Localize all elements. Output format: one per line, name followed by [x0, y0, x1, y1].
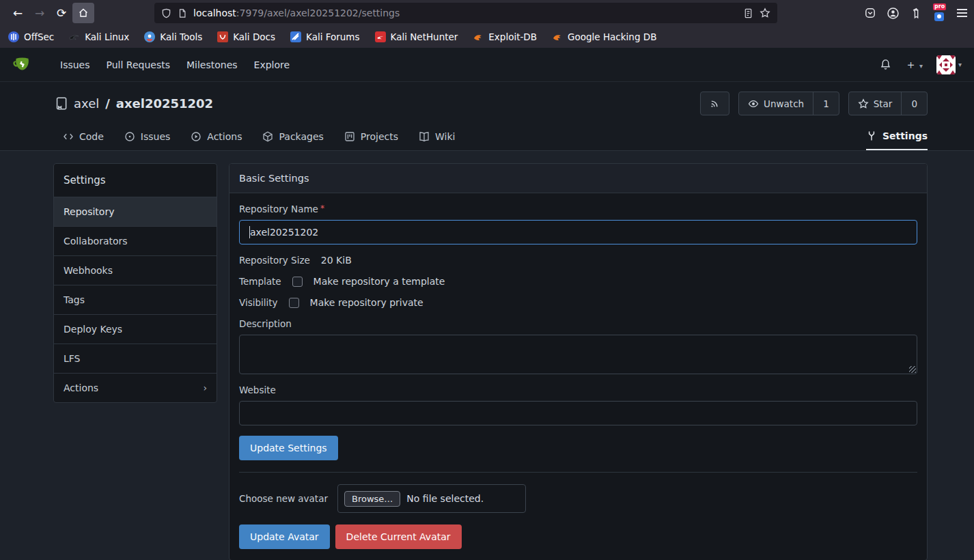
avatar-upload-row: Choose new avatar Browse… No file select… [239, 484, 917, 513]
nav-link-pull-requests[interactable]: Pull Requests [98, 59, 178, 70]
website-input[interactable] [239, 401, 917, 425]
chevron-right-icon: › [203, 382, 207, 393]
star-control: Star 0 [848, 92, 928, 115]
repo-header: axel / axel20251202 [0, 82, 974, 151]
page-info-icon[interactable] [178, 8, 187, 18]
description-textarea[interactable] [239, 335, 917, 374]
watch-control: Unwatch 1 [738, 92, 839, 115]
star-count[interactable]: 0 [901, 92, 927, 115]
bookmark-kali-tools[interactable]: Kali Tools [144, 31, 202, 42]
update-settings-button[interactable]: Update Settings [239, 436, 338, 460]
sidebar-item-repository[interactable]: Repository [54, 197, 217, 227]
url-bar[interactable]: localhost:7979/axel/axel20251202/setting… [154, 3, 777, 23]
pocket-icon[interactable] [864, 7, 876, 19]
website-label: Website [239, 384, 917, 395]
extension-icon[interactable] [910, 8, 921, 19]
eye-icon [748, 98, 759, 109]
description-label: Description [239, 318, 917, 329]
divider [239, 472, 917, 473]
issue-icon [124, 131, 135, 142]
rss-icon [710, 98, 720, 109]
gitea-navbar: Issues Pull Requests Milestones Explore … [0, 48, 974, 82]
tab-wiki[interactable]: Wiki [419, 122, 455, 150]
sidebar-item-actions[interactable]: Actions › [54, 374, 217, 402]
repo-name-input[interactable] [239, 220, 917, 244]
bookmark-kali-docs[interactable]: Kali Docs [217, 31, 275, 42]
no-file-text: No file selected. [406, 493, 484, 504]
tab-packages[interactable]: Packages [262, 122, 323, 150]
repo-owner[interactable]: axel [74, 96, 99, 111]
bookmark-google-hacking-db[interactable]: Google Hacking DB [552, 31, 656, 42]
notifications-bell-icon[interactable] [880, 59, 891, 70]
repo-size-label: Repository Size [239, 255, 310, 266]
text-cursor [249, 226, 250, 238]
template-checkbox[interactable] [292, 277, 303, 287]
tab-actions[interactable]: Actions [191, 122, 242, 150]
reader-view-icon[interactable] [743, 8, 753, 18]
template-label: Template [239, 276, 281, 287]
resize-grip[interactable] [909, 366, 916, 373]
sidebar-item-collaborators[interactable]: Collaborators [54, 227, 217, 256]
bookmark-offsec[interactable]: OffSec [8, 31, 54, 42]
menu-icon[interactable] [957, 9, 967, 17]
star-button[interactable]: Star [849, 92, 902, 115]
forward-button[interactable]: → [29, 3, 51, 23]
home-icon [78, 8, 89, 18]
create-new-button[interactable]: ＋▾ [905, 57, 923, 72]
bookmark-star-icon[interactable] [760, 8, 770, 18]
sidebar-item-tags[interactable]: Tags [54, 285, 217, 315]
bookmark-kali-forums[interactable]: Kali Forums [290, 31, 360, 42]
tab-projects[interactable]: Projects [344, 122, 398, 150]
kali-forums-icon [290, 31, 301, 42]
bookmark-kali-nethunter[interactable]: Kali NetHunter [375, 31, 458, 42]
rss-button[interactable] [700, 92, 729, 115]
basic-settings-panel: Basic Settings Repository Name* Reposito… [229, 163, 928, 560]
offsec-icon [8, 31, 19, 42]
sidebar-item-lfs[interactable]: LFS [54, 344, 217, 374]
user-menu[interactable]: ▾ [936, 55, 962, 74]
repo-size-value: 20 KiB [321, 255, 352, 266]
browser-toolbar: ← → ⟳ localhost:7979/axel/axel20251202/s… [0, 0, 974, 26]
template-checkbox-label[interactable]: Make repository a template [314, 276, 445, 287]
update-avatar-button[interactable]: Update Avatar [239, 524, 330, 549]
delete-avatar-button[interactable]: Delete Current Avatar [335, 524, 462, 549]
browse-button[interactable]: Browse… [344, 491, 400, 507]
settings-sidebar: Settings Repository Collaborators Webhoo… [53, 163, 217, 403]
watch-count[interactable]: 1 [813, 92, 839, 115]
tab-settings[interactable]: Settings [866, 122, 928, 150]
private-checkbox-label[interactable]: Make repository private [310, 297, 423, 308]
repo-book-icon [55, 97, 68, 110]
nav-link-issues[interactable]: Issues [52, 59, 98, 70]
sidebar-item-webhooks[interactable]: Webhooks [54, 256, 217, 285]
star-icon [858, 98, 869, 109]
repo-separator: / [105, 96, 110, 111]
kali-tools-icon [144, 31, 155, 42]
reload-button[interactable]: ⟳ [51, 3, 72, 23]
nav-link-explore[interactable]: Explore [246, 59, 298, 70]
account-icon[interactable] [887, 7, 900, 20]
sidebar-item-deploy-keys[interactable]: Deploy Keys [54, 315, 217, 344]
shield-icon[interactable] [161, 8, 171, 18]
tab-code[interactable]: Code [63, 122, 104, 150]
repo-name-label: Repository Name* [239, 204, 917, 214]
avatar-file-input[interactable]: Browse… No file selected. [337, 484, 526, 513]
visibility-row: Visibility Make repository private [239, 297, 917, 308]
url-text[interactable]: localhost:7979/axel/axel20251202/setting… [193, 8, 737, 18]
repo-name[interactable]: axel20251202 [116, 96, 213, 111]
private-checkbox[interactable] [289, 298, 299, 308]
back-button[interactable]: ← [7, 3, 29, 23]
nav-link-milestones[interactable]: Milestones [178, 59, 246, 70]
gitea-logo[interactable] [12, 55, 33, 75]
home-button[interactable] [72, 3, 94, 23]
user-avatar [936, 55, 956, 74]
unwatch-button[interactable]: Unwatch [739, 92, 813, 115]
proxy-extension-icon[interactable]: pro [932, 5, 947, 21]
bookmark-kali-linux[interactable]: Kali Linux [69, 31, 129, 42]
tab-issues[interactable]: Issues [124, 122, 171, 150]
visibility-label: Visibility [239, 297, 278, 308]
proxy-badge: pro [933, 3, 946, 10]
bookmark-exploit-db[interactable]: Exploit-DB [473, 31, 537, 42]
sidebar-title: Settings [54, 164, 217, 197]
kali-nethunter-icon [375, 31, 386, 42]
google-hacking-db-icon [552, 31, 563, 42]
